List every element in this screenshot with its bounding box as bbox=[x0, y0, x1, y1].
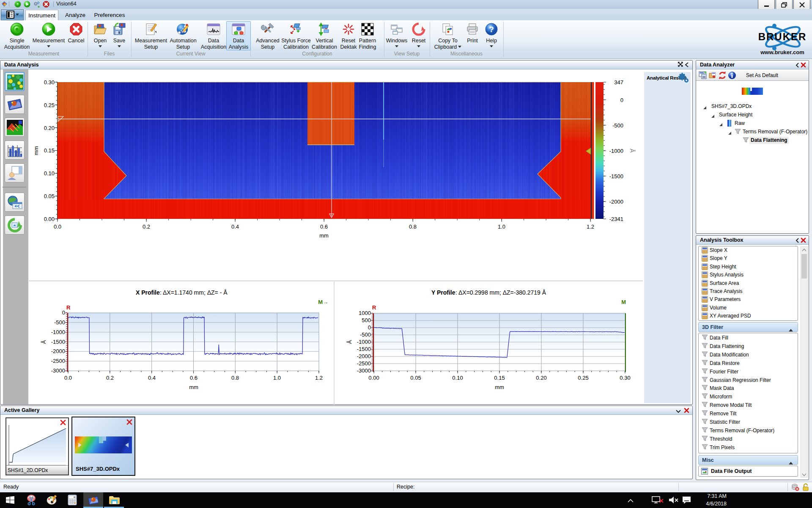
svg-text:1000: 1000 bbox=[359, 310, 371, 316]
svg-text:Å: Å bbox=[629, 149, 636, 153]
svg-text:?: ? bbox=[489, 25, 494, 34]
svg-text:R: R bbox=[66, 304, 71, 311]
svg-text:0.00: 0.00 bbox=[368, 375, 379, 381]
svg-text:-1500: -1500 bbox=[357, 346, 371, 352]
svg-text:-500: -500 bbox=[54, 319, 65, 326]
svg-text:0.2: 0.2 bbox=[106, 375, 114, 381]
svg-text:0.20: 0.20 bbox=[44, 125, 55, 131]
svg-text:0: 0 bbox=[62, 309, 65, 316]
svg-text:Å: Å bbox=[346, 340, 353, 344]
svg-text:Å: Å bbox=[41, 340, 47, 344]
svg-text:0.05: 0.05 bbox=[44, 193, 55, 199]
svg-text:: ΔX=0.2998 mm; ΔZ=-380.2719 Å: : ΔX=0.2998 mm; ΔZ=-380.2719 Å bbox=[455, 289, 546, 296]
svg-text:-3000: -3000 bbox=[51, 367, 65, 374]
svg-text:-500: -500 bbox=[360, 331, 371, 338]
svg-text:1.0: 1.0 bbox=[273, 375, 281, 381]
svg-text:1.2: 1.2 bbox=[587, 224, 594, 230]
svg-text:0.6: 0.6 bbox=[320, 224, 328, 230]
svg-text:M: M bbox=[621, 299, 626, 305]
svg-text:1.2: 1.2 bbox=[315, 375, 323, 381]
svg-text:-2500: -2500 bbox=[51, 358, 65, 364]
svg-text:0.10: 0.10 bbox=[452, 375, 463, 381]
svg-text:-3000: -3000 bbox=[357, 367, 371, 374]
svg-text:0.05: 0.05 bbox=[410, 375, 421, 381]
svg-text:BRUKER: BRUKER bbox=[758, 31, 807, 42]
svg-text:0.00: 0.00 bbox=[44, 216, 55, 222]
svg-text:0.4: 0.4 bbox=[148, 375, 156, 381]
svg-text:500: 500 bbox=[362, 317, 371, 323]
svg-text:0.8: 0.8 bbox=[231, 375, 239, 381]
svg-text:-1000: -1000 bbox=[357, 339, 371, 345]
svg-text:1.0: 1.0 bbox=[498, 224, 505, 230]
svg-text:0.15: 0.15 bbox=[494, 375, 505, 381]
svg-text:M→: M→ bbox=[318, 299, 328, 305]
svg-text:0.20: 0.20 bbox=[536, 375, 546, 381]
svg-text:www.bruker.com: www.bruker.com bbox=[760, 49, 804, 55]
svg-text:0.15: 0.15 bbox=[44, 147, 55, 154]
svg-text:0: 0 bbox=[620, 97, 623, 103]
svg-text:-1000: -1000 bbox=[51, 329, 65, 335]
svg-text:0.25: 0.25 bbox=[44, 102, 55, 108]
svg-text:0.0: 0.0 bbox=[64, 375, 72, 381]
svg-text:0.25: 0.25 bbox=[578, 375, 588, 381]
svg-text:0.6: 0.6 bbox=[190, 375, 198, 381]
svg-text:0.30: 0.30 bbox=[620, 375, 630, 381]
svg-text:-2341: -2341 bbox=[609, 216, 623, 222]
svg-text:-2500: -2500 bbox=[357, 360, 371, 367]
svg-text:-1000: -1000 bbox=[609, 148, 623, 154]
svg-text:-500: -500 bbox=[612, 122, 623, 129]
svg-text:0.10: 0.10 bbox=[44, 170, 55, 177]
svg-text:mm: mm bbox=[189, 384, 198, 390]
svg-text:0.0: 0.0 bbox=[54, 224, 61, 230]
svg-text:R: R bbox=[372, 304, 376, 311]
svg-text:0.8: 0.8 bbox=[409, 224, 417, 230]
svg-text:mm: mm bbox=[495, 384, 504, 390]
svg-text:mm: mm bbox=[319, 232, 329, 239]
svg-text:347: 347 bbox=[614, 79, 623, 86]
svg-text:0: 0 bbox=[368, 324, 371, 331]
svg-text:X Profile: X Profile bbox=[136, 289, 160, 296]
svg-text:0.4: 0.4 bbox=[231, 224, 239, 230]
svg-text:-2000: -2000 bbox=[609, 199, 623, 205]
svg-text:-1500: -1500 bbox=[609, 173, 623, 179]
svg-text:0.2: 0.2 bbox=[143, 224, 150, 230]
svg-text:-2000: -2000 bbox=[51, 348, 65, 354]
svg-text:-1500: -1500 bbox=[51, 339, 65, 345]
svg-text:: ΔX=1.1740 mm; ΔZ= - Å: : ΔX=1.1740 mm; ΔZ= - Å bbox=[160, 289, 228, 296]
svg-text:mm: mm bbox=[33, 146, 39, 155]
svg-text:-2000: -2000 bbox=[357, 353, 371, 359]
svg-text:Y Profile: Y Profile bbox=[431, 289, 455, 296]
svg-text:0.30: 0.30 bbox=[44, 79, 55, 86]
